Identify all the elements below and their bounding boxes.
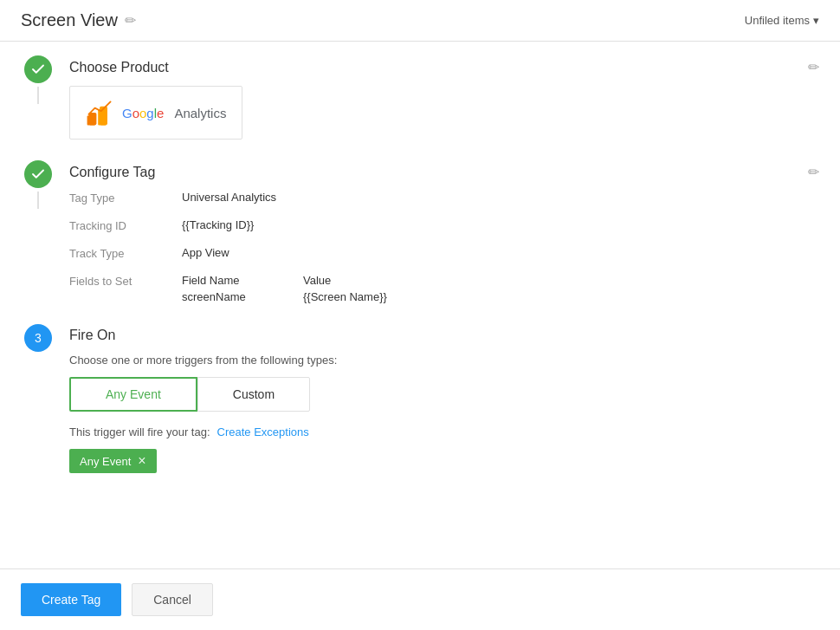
fields-row-1: screenName {{Screen Name}} — [182, 290, 819, 303]
ga-logo — [84, 97, 115, 128]
section-configure-tag: Configure Tag ✏ Tag Type Universal Analy… — [21, 160, 819, 303]
title-edit-icon[interactable]: ✏ — [125, 12, 136, 29]
ga-google-text: Google — [122, 106, 164, 120]
trigger-buttons: Any Event Custom — [69, 377, 819, 412]
section-title-1: Choose Product ✏ — [69, 59, 819, 75]
page-container: Screen View ✏ Unfiled items ▾ Choose Pro… — [0, 0, 840, 630]
step-1-icon — [24, 55, 52, 83]
section-body-1: Choose Product ✏ — [69, 55, 819, 140]
any-event-chip: Any Event × — [69, 449, 157, 473]
selected-triggers: Any Event × — [69, 449, 819, 473]
field-value-header: Value — [303, 274, 331, 287]
create-exceptions-link[interactable]: Create Exceptions — [217, 425, 309, 438]
section-left-1 — [21, 55, 55, 104]
any-event-chip-label: Any Event — [80, 455, 131, 468]
tag-type-value: Universal Analytics — [182, 191, 819, 205]
section-title-3: Fire On — [69, 328, 819, 343]
svg-rect-3 — [98, 109, 106, 125]
any-event-chip-remove[interactable]: × — [138, 454, 145, 468]
footer: Create Tag Cancel — [0, 568, 840, 630]
track-type-label: Track Type — [69, 246, 182, 260]
tracking-id-label: Tracking ID — [69, 218, 182, 232]
fields-to-set-value: Field Name Value screenName {{Screen Nam… — [182, 274, 819, 303]
section-fire-on: 3 Fire On Choose one or more triggers fr… — [21, 324, 819, 473]
section-line-2 — [37, 192, 39, 209]
fields-header: Field Name Value — [182, 274, 819, 287]
section-title-2: Configure Tag ✏ — [69, 164, 819, 180]
fire-tag-row: This trigger will fire your tag: Create … — [69, 425, 819, 438]
header: Screen View ✏ Unfiled items ▾ — [0, 0, 840, 42]
field-name-header: Field Name — [182, 274, 268, 287]
step-2-icon — [24, 160, 52, 188]
track-type-value: App View — [182, 246, 819, 260]
configure-tag-edit-icon[interactable]: ✏ — [808, 164, 819, 180]
section-body-2: Configure Tag ✏ Tag Type Universal Analy… — [69, 160, 819, 303]
ga-brand: Google Analytics — [122, 106, 226, 120]
fire-on-description: Choose one or more triggers from the fol… — [69, 354, 819, 367]
section-left-3: 3 — [21, 324, 55, 352]
page-title: Screen View — [21, 10, 118, 30]
tag-type-label: Tag Type — [69, 191, 182, 205]
trigger-any-event-button[interactable]: Any Event — [69, 377, 197, 412]
create-tag-button[interactable]: Create Tag — [21, 583, 121, 616]
svg-rect-2 — [87, 116, 95, 126]
section-body-3: Fire On Choose one or more triggers from… — [69, 324, 819, 473]
unfiled-items-chevron: ▾ — [813, 14, 819, 27]
ga-analytics-text: Analytics — [174, 106, 226, 120]
unfiled-items-label: Unfiled items — [745, 14, 810, 27]
choose-product-edit-icon[interactable]: ✏ — [808, 59, 819, 75]
fire-tag-label: This trigger will fire your tag: — [69, 425, 210, 438]
unfiled-items-button[interactable]: Unfiled items ▾ — [745, 14, 819, 27]
google-analytics-box: Google Analytics — [69, 86, 242, 140]
screen-name-field: screenName — [182, 290, 268, 303]
trigger-custom-button[interactable]: Custom — [197, 377, 310, 412]
fields-to-set-label: Fields to Set — [69, 274, 182, 303]
step-3-icon: 3 — [24, 324, 52, 352]
header-title: Screen View ✏ — [21, 10, 136, 30]
config-table: Tag Type Universal Analytics Tracking ID… — [69, 191, 819, 303]
cancel-button[interactable]: Cancel — [132, 583, 213, 616]
section-line-1 — [37, 87, 39, 104]
screen-name-value: {{Screen Name}} — [303, 290, 387, 303]
main-content: Choose Product ✏ — [0, 42, 840, 630]
section-choose-product: Choose Product ✏ — [21, 55, 819, 140]
tracking-id-value: {{Tracking ID}} — [182, 218, 819, 232]
fire-on-title: Fire On — [69, 328, 115, 343]
choose-product-title: Choose Product — [69, 60, 169, 75]
section-left-2 — [21, 160, 55, 209]
configure-tag-title: Configure Tag — [69, 165, 155, 180]
